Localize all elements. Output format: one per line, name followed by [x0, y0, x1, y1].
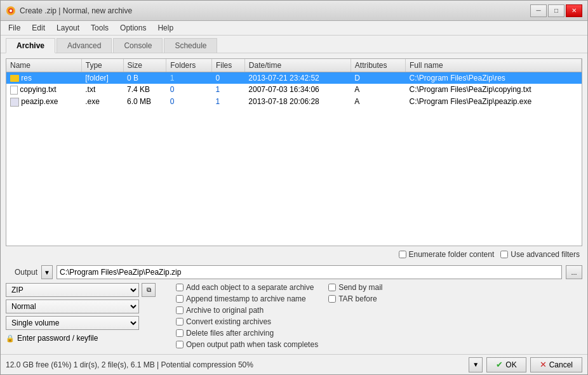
close-button[interactable]: ✕: [566, 4, 582, 17]
append-timestamp-checkbox[interactable]: [176, 295, 184, 303]
tab-console[interactable]: Console: [113, 38, 163, 53]
cell-datetime: 2007-07-03 16:34:06: [244, 84, 351, 96]
cell-files: 0: [211, 72, 244, 84]
titlebar-left: Create .zip | Normal, new archive: [6, 6, 132, 16]
col-files[interactable]: Files: [211, 59, 244, 72]
open-output-checkbox[interactable]: [176, 341, 184, 348]
menu-options[interactable]: Options: [115, 22, 151, 34]
col-attributes[interactable]: Attributes: [351, 59, 405, 72]
compression-select-row: Store Fastest Fast Normal Maximum Ultra: [6, 299, 171, 313]
col-name[interactable]: Name: [6, 59, 81, 72]
send-by-mail-label[interactable]: Send by mail: [328, 283, 382, 292]
advanced-filters-checkbox-label[interactable]: Use advanced filters: [500, 250, 580, 259]
minimize-button[interactable]: ─: [530, 4, 547, 17]
output-row: Output ▼ ...: [6, 265, 582, 279]
delete-files-text: Delete files after archiving: [186, 329, 274, 338]
col-type[interactable]: Type: [81, 59, 123, 72]
left-options: ZIP 7Z TAR GZ ⧉ Store Fastest Fast Norma…: [6, 283, 171, 349]
exe-icon: [10, 98, 19, 107]
advanced-filters-checkbox[interactable]: [500, 251, 508, 258]
add-each-label[interactable]: Add each object to a separate archive: [176, 283, 318, 292]
output-path-input[interactable]: [57, 265, 562, 279]
maximize-button[interactable]: □: [548, 4, 565, 17]
filter-row: Enumerate folder content Use advanced fi…: [6, 249, 582, 260]
output-dropdown-button[interactable]: ▼: [41, 265, 53, 279]
add-each-text: Add each object to a separate archive: [186, 283, 314, 292]
cell-size: 0 B: [123, 72, 166, 84]
tar-before-label[interactable]: TAR before: [328, 294, 382, 303]
file-info: 1 dir(s), 2 file(s), 6.1 MB | Potential …: [74, 360, 253, 369]
enumerate-checkbox-label[interactable]: Enumerate folder content: [399, 250, 495, 259]
cell-size: 7.4 KB: [123, 84, 166, 96]
copy-format-button[interactable]: ⧉: [142, 283, 156, 297]
append-timestamp-text: Append timestamp to archive name: [186, 294, 306, 303]
cancel-button[interactable]: ✕ Cancel: [530, 357, 582, 372]
status-info: 12.0 GB free (61%) 1 dir(s), 2 file(s), …: [6, 360, 253, 369]
disk-info: 12.0 GB free (61%): [6, 360, 71, 369]
right-col-2: Send by mail TAR before: [328, 283, 382, 349]
send-by-mail-text: Send by mail: [338, 283, 382, 292]
tab-advanced[interactable]: Advanced: [57, 38, 112, 53]
window-title: Create .zip | Normal, new archive: [20, 6, 132, 15]
tab-archive[interactable]: Archive: [6, 38, 55, 53]
cell-fullname: C:\Program Files\PeaZip\res: [405, 72, 581, 84]
send-by-mail-checkbox[interactable]: [328, 284, 336, 291]
cell-folders: 0: [166, 96, 212, 108]
tar-before-text: TAR before: [338, 294, 377, 303]
volume-select[interactable]: Single volume Split 1 MB Split 10 MB: [6, 316, 139, 330]
ok-label: OK: [505, 360, 516, 369]
options-row: ZIP 7Z TAR GZ ⧉ Store Fastest Fast Norma…: [6, 283, 582, 349]
ok-button[interactable]: ✔ OK: [486, 357, 526, 372]
password-row: 🔒 Enter password / keyfile: [6, 334, 171, 343]
table-row[interactable]: peazip.exe .exe 6.0 MB 0 1 2013-07-18 20…: [6, 96, 582, 108]
menubar: File Edit Layout Tools Options Help: [1, 21, 587, 36]
cell-type: .txt: [81, 84, 123, 96]
menu-edit[interactable]: Edit: [27, 22, 50, 34]
cell-datetime: 2013-07-21 23:42:52: [244, 72, 351, 84]
lock-icon: 🔒: [6, 334, 15, 343]
menu-help[interactable]: Help: [152, 22, 178, 34]
tab-schedule[interactable]: Schedule: [164, 38, 217, 53]
table-row[interactable]: res [folder] 0 B 1 0 2013-07-21 23:42:52…: [6, 72, 582, 84]
right-col-1: Add each object to a separate archive Ap…: [176, 283, 318, 349]
convert-existing-label[interactable]: Convert existing archives: [176, 317, 318, 326]
delete-files-checkbox[interactable]: [176, 329, 184, 337]
append-timestamp-label[interactable]: Append timestamp to archive name: [176, 294, 318, 303]
format-select-row: ZIP 7Z TAR GZ ⧉: [6, 283, 171, 297]
menu-file[interactable]: File: [3, 22, 25, 34]
menu-layout[interactable]: Layout: [51, 22, 84, 34]
menu-tools[interactable]: Tools: [86, 22, 114, 34]
password-label: Enter password / keyfile: [17, 334, 98, 343]
delete-files-label[interactable]: Delete files after archiving: [176, 329, 318, 338]
cell-files: 1: [211, 84, 244, 96]
convert-existing-checkbox[interactable]: [176, 318, 184, 326]
cell-attrs: D: [351, 72, 405, 84]
col-datetime[interactable]: Date/time: [244, 59, 351, 72]
cell-size: 6.0 MB: [123, 96, 166, 108]
convert-existing-text: Convert existing archives: [186, 317, 271, 326]
add-each-checkbox[interactable]: [176, 284, 184, 291]
app-icon: [6, 6, 16, 16]
cancel-label: Cancel: [549, 360, 573, 369]
col-fullname[interactable]: Full name: [405, 59, 581, 72]
advanced-filters-label: Use advanced filters: [511, 250, 580, 259]
folder-icon: [10, 75, 19, 82]
right-options: Add each object to a separate archive Ap…: [176, 283, 582, 349]
cell-type: .exe: [81, 96, 123, 108]
table-row[interactable]: copying.txt .txt 7.4 KB 0 1 2007-07-03 1…: [6, 84, 582, 96]
compression-select[interactable]: Store Fastest Fast Normal Maximum Ultra: [6, 299, 139, 313]
statusbar: 12.0 GB free (61%) 1 dir(s), 2 file(s), …: [1, 354, 587, 374]
statusbar-right: ▼ ✔ OK ✕ Cancel: [469, 357, 582, 372]
enumerate-checkbox[interactable]: [399, 251, 406, 258]
tar-before-checkbox[interactable]: [328, 295, 336, 303]
file-table-container: Name Type Size Folders Files Date/time A…: [6, 58, 582, 246]
col-folders[interactable]: Folders: [166, 59, 212, 72]
action-dropdown-button[interactable]: ▼: [469, 357, 483, 372]
format-select[interactable]: ZIP 7Z TAR GZ: [6, 283, 139, 297]
open-output-text: Open output path when task completes: [186, 340, 318, 349]
col-size[interactable]: Size: [123, 59, 166, 72]
open-output-label[interactable]: Open output path when task completes: [176, 340, 318, 349]
archive-original-checkbox[interactable]: [176, 306, 184, 314]
archive-original-label[interactable]: Archive to original path: [176, 306, 318, 315]
browse-button[interactable]: ...: [566, 265, 582, 279]
